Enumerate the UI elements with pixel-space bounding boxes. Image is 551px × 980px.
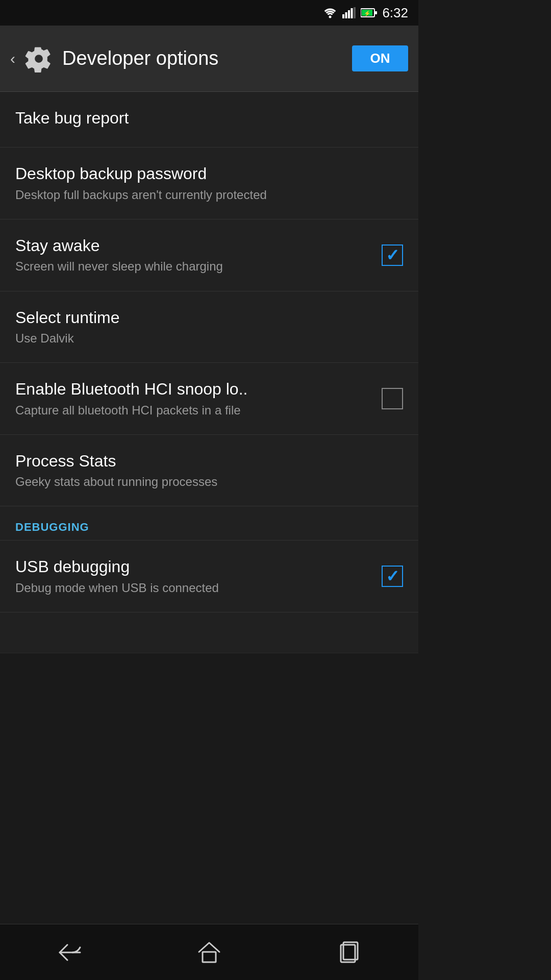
recents-nav-button[interactable]: [318, 932, 379, 973]
item-text-enable-bluetooth-hci: Enable Bluetooth HCI snoop lo.. Capture …: [15, 379, 371, 418]
back-nav-button[interactable]: [39, 932, 101, 973]
gear-icon: [23, 43, 54, 74]
checkbox-usb-debugging[interactable]: [382, 566, 403, 587]
item-title-desktop-backup-password: Desktop backup password: [15, 164, 403, 183]
item-title-select-runtime: Select runtime: [15, 308, 403, 327]
item-subtitle-stay-awake: Screen will never sleep while charging: [15, 258, 371, 274]
item-text-stay-awake: Stay awake Screen will never sleep while…: [15, 236, 371, 275]
home-nav-icon: [197, 941, 221, 964]
list-item-enable-bluetooth-hci[interactable]: Enable Bluetooth HCI snoop lo.. Capture …: [0, 363, 418, 435]
settings-content: Take bug report Desktop backup password …: [0, 92, 418, 653]
item-text-desktop-backup-password: Desktop backup password Desktop full bac…: [15, 164, 403, 203]
checkbox-enable-bluetooth-hci[interactable]: [382, 388, 403, 409]
list-item-desktop-backup-password[interactable]: Desktop backup password Desktop full bac…: [0, 148, 418, 219]
item-title-stay-awake: Stay awake: [15, 236, 371, 255]
svg-rect-11: [203, 952, 216, 962]
status-bar: ⚡ 6:32: [0, 0, 418, 26]
item-text-process-stats: Process Stats Geeky stats about running …: [15, 451, 403, 490]
header-left: ‹ Developer options: [10, 43, 352, 74]
back-arrow-icon[interactable]: ‹: [10, 50, 15, 67]
nav-bar: [0, 924, 418, 980]
item-text-usb-debugging: USB debugging Debug mode when USB is con…: [15, 557, 371, 596]
item-subtitle-usb-debugging: Debug mode when USB is connected: [15, 580, 371, 596]
status-icons: ⚡ 6:32: [323, 5, 408, 21]
item-text-select-runtime: Select runtime Use Dalvik: [15, 308, 403, 347]
svg-point-0: [329, 16, 332, 18]
item-subtitle-select-runtime: Use Dalvik: [15, 330, 403, 346]
svg-rect-2: [345, 12, 347, 18]
item-title-usb-debugging: USB debugging: [15, 557, 371, 576]
svg-rect-4: [351, 8, 353, 18]
page-title: Developer options: [62, 47, 218, 69]
gear-svg: [25, 45, 53, 72]
recents-nav-icon: [338, 941, 359, 964]
svg-text:⚡: ⚡: [364, 10, 371, 17]
list-item-process-stats[interactable]: Process Stats Geeky stats about running …: [0, 435, 418, 507]
list-item-select-runtime[interactable]: Select runtime Use Dalvik: [0, 291, 418, 363]
back-nav-icon: [57, 942, 83, 963]
list-item-stay-awake[interactable]: Stay awake Screen will never sleep while…: [0, 219, 418, 291]
section-header-debugging: DEBUGGING: [0, 506, 418, 541]
list-item-usb-debugging[interactable]: USB debugging Debug mode when USB is con…: [0, 541, 418, 612]
battery-icon: ⚡: [361, 7, 377, 18]
item-subtitle-process-stats: Geeky stats about running processes: [15, 474, 403, 489]
checkbox-stay-awake[interactable]: [382, 244, 403, 266]
list-item-take-bug-report[interactable]: Take bug report: [0, 92, 418, 148]
developer-options-toggle[interactable]: ON: [352, 45, 408, 71]
svg-rect-1: [342, 14, 344, 18]
item-text-take-bug-report: Take bug report: [15, 108, 403, 131]
signal-icon: [342, 7, 356, 18]
home-nav-button[interactable]: [179, 932, 240, 973]
item-title-process-stats: Process Stats: [15, 451, 403, 471]
item-title-take-bug-report: Take bug report: [15, 108, 403, 128]
item-subtitle-desktop-backup-password: Desktop full backups aren't currently pr…: [15, 187, 403, 203]
status-time: 6:32: [382, 5, 408, 21]
svg-rect-5: [354, 7, 356, 18]
item-subtitle-enable-bluetooth-hci: Capture all bluetooth HCI packets in a f…: [15, 402, 371, 418]
wifi-icon: [323, 7, 337, 18]
list-item-partial[interactable]: [0, 612, 418, 653]
svg-rect-3: [348, 10, 350, 18]
svg-rect-7: [375, 11, 377, 14]
item-text-partial: [15, 631, 403, 634]
section-label-debugging: DEBUGGING: [15, 521, 89, 533]
header: ‹ Developer options ON: [0, 26, 418, 92]
item-title-enable-bluetooth-hci: Enable Bluetooth HCI snoop lo..: [15, 379, 371, 399]
